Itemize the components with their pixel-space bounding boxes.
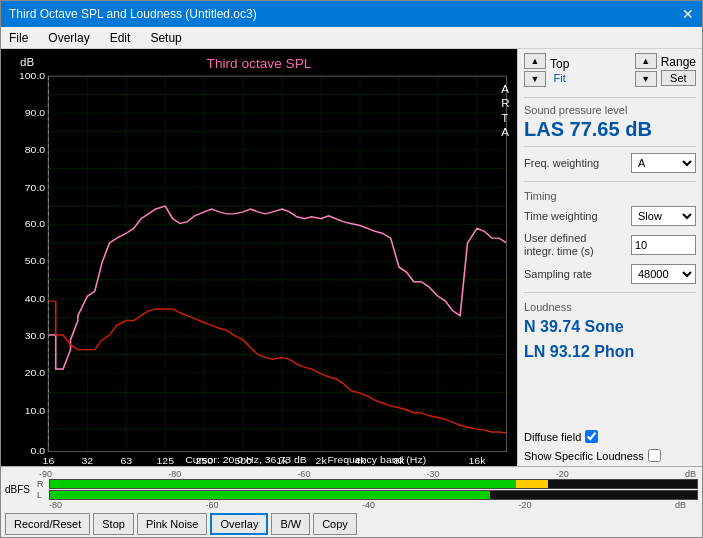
svg-text:16: 16 <box>43 455 55 466</box>
meter-tick-30: -30 <box>427 469 440 479</box>
svg-text:32: 32 <box>81 455 93 466</box>
show-specific-row: Show Specific Loudness <box>524 449 696 462</box>
top-controls-row: ▲ ▼ Top Fit ▲ ▼ Range Set <box>524 53 696 87</box>
show-specific-label: Show Specific Loudness <box>524 450 644 462</box>
menu-setup[interactable]: Setup <box>146 30 185 46</box>
svg-text:40.0: 40.0 <box>25 293 46 304</box>
pink-noise-button[interactable]: Pink Noise <box>137 513 208 535</box>
meter-tick-20: -20 <box>556 469 569 479</box>
svg-text:R: R <box>501 98 509 109</box>
menu-bar: File Overlay Edit Setup <box>1 27 702 49</box>
time-weighting-select[interactable]: Slow Fast Impulse <box>631 206 696 226</box>
svg-text:125: 125 <box>157 455 175 466</box>
svg-text:63: 63 <box>120 455 132 466</box>
meter-tick-80: -80 <box>168 469 181 479</box>
show-specific-checkbox[interactable] <box>648 449 661 462</box>
svg-text:10.0: 10.0 <box>25 405 46 416</box>
range-btngroup: ▲ ▼ <box>635 53 657 87</box>
svg-text:Third octave SPL: Third octave SPL <box>207 57 312 71</box>
spl-section: Sound pressure level LAS 77.65 dB <box>524 104 696 140</box>
svg-text:A: A <box>501 83 509 94</box>
svg-text:30.0: 30.0 <box>25 330 46 341</box>
range-label: Range <box>661 55 696 69</box>
spl-label: Sound pressure level <box>524 104 696 116</box>
svg-text:Frequency band (Hz): Frequency band (Hz) <box>327 454 426 465</box>
svg-text:T: T <box>501 112 508 123</box>
user-integ-row: User definedintegr. time (s) <box>524 232 696 258</box>
title-bar: Third Octave SPL and Loudness (Untitled.… <box>1 1 702 27</box>
top-down-button[interactable]: ▼ <box>524 71 546 87</box>
diffuse-field-label: Diffuse field <box>524 431 581 443</box>
svg-text:20.0: 20.0 <box>25 367 46 378</box>
top-label: Top <box>550 57 569 71</box>
menu-file[interactable]: File <box>5 30 32 46</box>
svg-text:2k: 2k <box>316 455 328 466</box>
user-integ-label: User definedintegr. time (s) <box>524 232 594 258</box>
bw-button[interactable]: B/W <box>271 513 310 535</box>
svg-text:Cursor:  20.0 Hz, 36.73 dB: Cursor: 20.0 Hz, 36.73 dB <box>185 454 307 465</box>
divider2 <box>524 146 696 147</box>
main-window: Third Octave SPL and Loudness (Untitled.… <box>0 0 703 538</box>
freq-weighting-select[interactable]: A B C Z <box>631 153 696 173</box>
time-weighting-label: Time weighting <box>524 210 598 222</box>
r-label: R <box>37 479 47 489</box>
divider4 <box>524 292 696 293</box>
menu-overlay[interactable]: Overlay <box>44 30 93 46</box>
buttons-row: Record/Reset Stop Pink Noise Overlay B/W… <box>1 511 702 537</box>
menu-edit[interactable]: Edit <box>106 30 135 46</box>
sampling-rate-label: Sampling rate <box>524 268 592 280</box>
range-up-button[interactable]: ▲ <box>635 53 657 69</box>
svg-text:16k: 16k <box>468 455 486 466</box>
chart-area: Third octave SPL dB <box>1 49 517 466</box>
time-weighting-row: Time weighting Slow Fast Impulse <box>524 206 696 226</box>
diffuse-field-row: Diffuse field <box>524 430 696 443</box>
chart-svg: Third octave SPL dB <box>1 49 517 466</box>
copy-button[interactable]: Copy <box>313 513 357 535</box>
close-button[interactable]: ✕ <box>682 7 694 21</box>
freq-weighting-row: Freq. weighting A B C Z <box>524 153 696 173</box>
window-title: Third Octave SPL and Loudness (Untitled.… <box>9 7 257 21</box>
set-button[interactable]: Set <box>661 70 696 86</box>
svg-rect-0 <box>1 49 517 466</box>
meter-tick2-db: dB <box>675 500 686 510</box>
record-reset-button[interactable]: Record/Reset <box>5 513 90 535</box>
top-fit-btngroup: ▲ ▼ <box>524 53 546 87</box>
svg-text:dB: dB <box>20 57 34 68</box>
sampling-rate-row: Sampling rate 48000 44100 96000 <box>524 264 696 284</box>
svg-text:70.0: 70.0 <box>25 182 46 193</box>
timing-label: Timing <box>524 190 696 202</box>
svg-text:80.0: 80.0 <box>25 144 46 155</box>
svg-text:90.0: 90.0 <box>25 107 46 118</box>
stop-button[interactable]: Stop <box>93 513 134 535</box>
user-integ-input[interactable] <box>631 235 696 255</box>
divider3 <box>524 181 696 182</box>
right-panel: ▲ ▼ Top Fit ▲ ▼ Range Set <box>517 49 702 466</box>
freq-weighting-label: Freq. weighting <box>524 157 599 169</box>
dbfs-label: dBFS <box>5 484 33 495</box>
loudness-n-value: N 39.74 Sone <box>524 317 696 338</box>
svg-text:100.0: 100.0 <box>19 70 46 81</box>
meter-tick2-60: -60 <box>205 500 218 510</box>
meter-tick-90: -90 <box>39 469 52 479</box>
meter-tick-db: dB <box>685 469 696 479</box>
fit-label: Fit <box>554 72 566 84</box>
sampling-rate-select[interactable]: 48000 44100 96000 <box>631 264 696 284</box>
overlay-button[interactable]: Overlay <box>210 513 268 535</box>
top-left-group: ▲ ▼ Top Fit <box>524 53 569 87</box>
loudness-label: Loudness <box>524 301 696 313</box>
meter-tick2-80: -80 <box>49 500 62 510</box>
svg-text:50.0: 50.0 <box>25 256 46 267</box>
meter-tick-60: -60 <box>297 469 310 479</box>
svg-text:A: A <box>501 127 509 138</box>
chart-container: Third octave SPL dB <box>1 49 517 466</box>
loudness-ln-value: LN 93.12 Phon <box>524 342 696 363</box>
meter-tick2-20: -20 <box>518 500 531 510</box>
svg-text:60.0: 60.0 <box>25 219 46 230</box>
range-down-button[interactable]: ▼ <box>635 71 657 87</box>
diffuse-field-checkbox[interactable] <box>585 430 598 443</box>
l-label: L <box>37 490 47 500</box>
bottom-bar: dBFS -90 -80 -60 -30 -20 dB R <box>1 466 702 537</box>
meter-tick2-40: -40 <box>362 500 375 510</box>
top-up-button[interactable]: ▲ <box>524 53 546 69</box>
main-content: Third octave SPL dB <box>1 49 702 466</box>
